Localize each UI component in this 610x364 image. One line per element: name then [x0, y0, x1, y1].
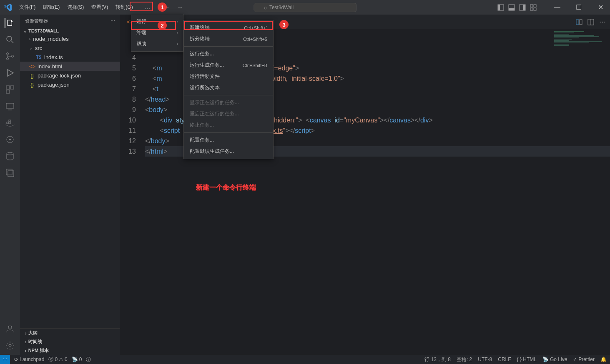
remote-explorer-icon[interactable] [5, 101, 15, 111]
tree-item-index-ts[interactable]: TS index.ts [20, 52, 120, 62]
chevron-right-icon: › [25, 348, 27, 353]
menu-run-selected[interactable]: 运行所选文本 [184, 82, 273, 93]
tree-item-index-html[interactable]: <> index.html [20, 62, 120, 71]
layout-right-icon[interactable] [519, 4, 526, 11]
menu-configure-tasks[interactable]: 配置任务... [184, 135, 273, 146]
svg-rect-27 [8, 171, 14, 177]
typescript-file-icon: TS [36, 55, 42, 60]
menu-terminate-task: 终止任务... [184, 120, 273, 131]
database-icon[interactable] [5, 151, 15, 161]
status-golive[interactable]: 📡 Go Live [542, 357, 567, 362]
svg-point-12 [7, 53, 9, 55]
menu-split-terminal[interactable]: 拆分终端Ctrl+Shift+5 [184, 33, 273, 45]
svg-rect-26 [6, 169, 12, 175]
svg-rect-3 [509, 8, 515, 10]
menu-run-task[interactable]: 运行任务... [184, 48, 273, 60]
json-file-icon: {} [29, 72, 35, 79]
menu-go[interactable]: 转到(G) [112, 2, 136, 12]
split-editor-icon[interactable] [587, 19, 594, 25]
remote-indicator[interactable] [0, 355, 10, 364]
nav-forward-icon[interactable]: → [177, 4, 183, 11]
svg-rect-8 [530, 8, 533, 10]
run-debug-icon[interactable] [5, 68, 15, 78]
overflow-menu: 运行› 终端› 帮助› [131, 14, 183, 52]
menu-item-terminal[interactable]: 终端› [131, 27, 183, 38]
tree-label: index.html [38, 63, 62, 70]
tree-item-node-modules[interactable]: › node_modules [20, 34, 120, 43]
svg-rect-5 [523, 5, 525, 10]
svg-rect-20 [7, 122, 8, 124]
maximize-button[interactable]: ☐ [569, 0, 588, 15]
tree-item-src[interactable]: ⌄ src [20, 43, 120, 52]
svg-rect-6 [530, 5, 533, 7]
project-root[interactable]: ⌄ TEST3DWALL [20, 27, 120, 34]
menu-edit[interactable]: 编辑(E) [40, 2, 63, 12]
status-prettier[interactable]: ✓ Prettier [573, 357, 595, 362]
layout-customize-icon[interactable] [530, 4, 537, 11]
sidebar-bottom-sections: ›大纲 ›时间线 ›NPM 脚本 [20, 328, 120, 355]
status-indent[interactable]: 空格: 2 [457, 356, 472, 363]
settings-gear-icon[interactable] [5, 341, 15, 351]
menu-item-run[interactable]: 运行› [131, 16, 183, 27]
sidebar-more-icon[interactable]: ⋯ [110, 18, 115, 24]
outline-section[interactable]: ›大纲 [20, 329, 120, 337]
close-button[interactable]: ✕ [591, 0, 610, 15]
main-area: 资源管理器 ⋯ ⌄ TEST3DWALL › node_modules ⌄ sr… [0, 15, 610, 355]
nav-back-icon[interactable]: ← [163, 4, 170, 11]
title-bar: 文件(F) 编辑(E) 选择(S) 查看(V) 转到(G) … ← → ⌕ Te… [0, 0, 610, 15]
account-icon[interactable] [5, 324, 15, 334]
compare-icon[interactable] [576, 19, 582, 25]
menu-restart-running: 重启正在运行的任务... [184, 108, 273, 120]
docker-icon[interactable] [5, 118, 15, 128]
timeline-section[interactable]: ›时间线 [20, 337, 120, 346]
tree-label: node_modules [33, 36, 68, 42]
status-launchpad[interactable]: ⟳ Launchpad [14, 357, 44, 362]
npm-scripts-section[interactable]: ›NPM 脚本 [20, 346, 120, 355]
menu-new-terminal[interactable]: 新建终端Ctrl+Shift+` [184, 22, 273, 33]
menu-more[interactable]: … [137, 2, 158, 12]
search-icon: ⌕ [264, 5, 267, 10]
svg-rect-18 [6, 103, 14, 108]
menu-item-help[interactable]: 帮助› [131, 38, 183, 50]
svg-point-10 [7, 36, 12, 41]
svg-rect-22 [9, 120, 10, 122]
status-radio[interactable]: ⓘ [86, 356, 91, 363]
source-control-icon[interactable] [5, 51, 15, 61]
menu-view[interactable]: 查看(V) [88, 2, 111, 12]
status-bell-icon[interactable]: 🔔 [600, 357, 607, 362]
status-language[interactable]: { } HTML [517, 357, 537, 362]
menu-run-build-task[interactable]: 运行生成任务...Ctrl+Shift+B [184, 60, 273, 71]
file-tree: › node_modules ⌄ src TS index.ts <> inde… [20, 34, 120, 328]
live-server-icon[interactable] [5, 135, 15, 145]
svg-point-13 [7, 58, 9, 60]
tree-item-package-lock[interactable]: {} package-lock.json [20, 71, 120, 80]
layout-panel-icon[interactable] [497, 4, 504, 11]
menu-bar: 文件(F) 编辑(E) 选择(S) 查看(V) 转到(G) … [16, 2, 158, 12]
command-center-search[interactable]: ⌕ Test3dWall [254, 3, 356, 12]
status-ports[interactable]: 📡 0 [72, 357, 82, 362]
search-icon[interactable] [5, 35, 15, 45]
explorer-icon[interactable] [5, 18, 15, 28]
status-cursor[interactable]: 行 13，列 8 [424, 356, 451, 363]
menu-selection[interactable]: 选择(S) [64, 2, 87, 12]
menu-separator [184, 132, 273, 133]
line-numbers: 234 567 8910 111213 [120, 32, 145, 355]
svg-point-25 [7, 152, 13, 155]
window-controls: — ☐ ✕ [497, 0, 610, 15]
menu-run-active-file[interactable]: 运行活动文件 [184, 71, 273, 82]
minimap[interactable] [554, 31, 604, 48]
vscode-logo-icon [3, 3, 13, 12]
menu-file[interactable]: 文件(F) [16, 2, 39, 12]
tree-item-package-json[interactable]: {} package.json [20, 80, 120, 89]
minimize-button[interactable]: — [547, 0, 567, 15]
status-problems[interactable]: ⓧ 0 ⚠ 0 [48, 356, 67, 363]
status-encoding[interactable]: UTF-8 [478, 357, 492, 362]
status-eol[interactable]: CRLF [498, 357, 511, 362]
svg-point-29 [9, 344, 11, 347]
chevron-right-icon: › [177, 19, 178, 24]
more-actions-icon[interactable]: ⋯ [599, 18, 606, 26]
menu-configure-default-build[interactable]: 配置默认生成任务... [184, 146, 273, 157]
extensions-icon[interactable] [5, 85, 15, 95]
layout-bottom-icon[interactable] [508, 4, 515, 11]
remote-window-icon[interactable] [5, 168, 15, 178]
